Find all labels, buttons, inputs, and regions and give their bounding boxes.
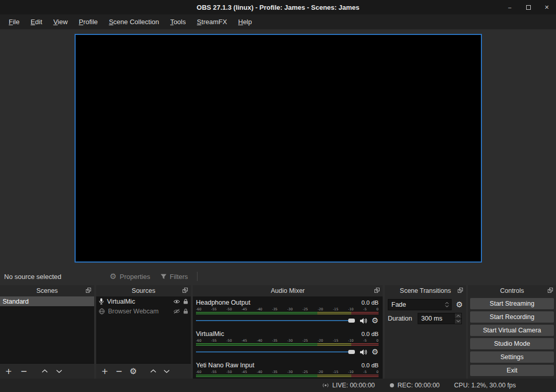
db-tick-label: -25 (302, 307, 308, 311)
cpu-stats: CPU: 1.2%, 30.00 fps (454, 382, 516, 389)
close-icon[interactable]: ✕ (542, 2, 552, 12)
speaker-icon[interactable] (360, 349, 367, 356)
menu-item-streamfx[interactable]: StreamFX (192, 14, 232, 29)
sources-dock-header[interactable]: Sources (96, 285, 191, 296)
exit-button[interactable]: Exit (470, 365, 554, 376)
workspace (0, 29, 556, 269)
menu-item-file[interactable]: File (4, 14, 24, 29)
settings-button[interactable]: Settings (470, 351, 554, 363)
volume-slider-handle[interactable] (348, 350, 355, 354)
db-tick-label: -20 (318, 339, 324, 343)
db-tick-label: -60 (196, 307, 202, 311)
gear-icon[interactable]: ⚙ (372, 317, 379, 325)
db-tick-label: -10 (348, 339, 354, 343)
titlebar[interactable]: OBS 27.1.3 (linux) - Profile: James - Sc… (0, 0, 556, 14)
preview-canvas[interactable] (75, 34, 482, 263)
sources-dock-title: Sources (132, 287, 155, 294)
source-item-label: VirtualMic (107, 298, 170, 305)
duration-label: Duration (388, 315, 416, 322)
dock-float-icon[interactable] (183, 288, 188, 293)
menu-item-tools[interactable]: Tools (166, 14, 190, 29)
controls-body: Start Streaming Start Recording Start Vi… (468, 296, 556, 379)
start-recording-button[interactable]: Start Recording (470, 311, 554, 323)
broadcast-icon (322, 382, 329, 388)
volume-slider[interactable] (196, 317, 355, 324)
minimize-icon[interactable]: – (505, 2, 515, 12)
db-tick-label: -10 (348, 370, 354, 374)
source-item[interactable]: VirtualMic (96, 296, 191, 306)
filters-button[interactable]: Filters (155, 271, 193, 282)
properties-button[interactable]: ⚙ Properties (104, 271, 155, 282)
db-tick-label: -5 (363, 339, 366, 343)
move-source-up-button[interactable] (150, 369, 156, 373)
lock-icon[interactable] (183, 298, 188, 304)
db-tick-label: -10 (348, 307, 354, 311)
transition-select-value: Fade (391, 301, 406, 308)
gear-icon[interactable]: ⚙ (372, 348, 379, 356)
move-source-down-button[interactable] (164, 369, 170, 373)
duration-decrement-button[interactable] (454, 319, 461, 324)
start-streaming-button[interactable]: Start Streaming (470, 298, 554, 309)
db-tick-label: -60 (196, 370, 202, 374)
db-tick-label: -20 (318, 307, 324, 311)
move-scene-up-button[interactable] (42, 369, 48, 373)
speaker-icon[interactable] (360, 318, 367, 324)
add-scene-button[interactable]: + (5, 367, 12, 376)
scene-transitions-dock-header[interactable]: Scene Transitions (385, 285, 466, 296)
remove-scene-button[interactable]: − (20, 367, 27, 376)
menu-item-view[interactable]: View (49, 14, 73, 29)
mixer-channel-name: Headphone Output (196, 299, 250, 306)
audio-mixer-dock-header[interactable]: Audio Mixer (193, 285, 383, 296)
menubar: File Edit View Profile Scene Collection … (0, 14, 556, 29)
start-virtual-camera-button[interactable]: Start Virtual Camera (470, 325, 554, 336)
transition-select[interactable]: Fade (388, 299, 452, 310)
scenes-dock-header[interactable]: Scenes (0, 285, 94, 296)
menu-item-scene-collection[interactable]: Scene Collection (104, 14, 164, 29)
sources-toolbar: + − ⚙ (96, 363, 191, 379)
scene-item-label: Standard (3, 298, 92, 305)
dock-float-icon[interactable] (548, 288, 553, 293)
menu-item-edit[interactable]: Edit (26, 14, 47, 29)
studio-mode-button[interactable]: Studio Mode (470, 338, 554, 349)
db-tick-label: -45 (242, 307, 247, 311)
db-tick-label: -55 (211, 370, 217, 374)
db-tick-label: -50 (226, 339, 232, 343)
db-tick-label: 0 (376, 339, 379, 343)
source-item[interactable]: Browser Webcam (96, 306, 191, 316)
lock-icon[interactable] (183, 308, 188, 314)
maximize-icon[interactable] (523, 2, 533, 12)
transition-properties-button[interactable]: ⚙ (456, 301, 463, 309)
db-tick-label: -25 (302, 370, 308, 374)
db-tick-label: -60 (196, 339, 202, 343)
db-tick-label: -55 (211, 339, 217, 343)
chevron-updown-icon (445, 300, 449, 310)
dock-float-icon[interactable] (86, 288, 91, 293)
menu-item-help[interactable]: Help (234, 14, 257, 29)
scene-item[interactable]: Standard (0, 296, 94, 306)
move-scene-down-button[interactable] (56, 369, 62, 373)
controls-dock-header[interactable]: Controls (468, 285, 556, 296)
db-tick-label: -35 (272, 370, 278, 374)
eye-icon[interactable] (173, 299, 180, 304)
add-source-button[interactable]: + (101, 367, 108, 376)
dock-float-icon[interactable] (374, 288, 380, 293)
eye-slash-icon[interactable] (173, 309, 180, 314)
db-tick-label: -40 (257, 339, 262, 343)
source-properties-button[interactable]: ⚙ (130, 367, 137, 376)
duration-increment-button[interactable] (454, 313, 461, 319)
db-scale: -60-55-50-45-40-35-30-25-20-15-10-50 (196, 370, 379, 374)
duration-spinbox[interactable]: 300 ms (418, 313, 462, 324)
db-tick-label: 0 (376, 370, 379, 374)
scenes-list: Standard (0, 296, 94, 363)
db-tick-label: -30 (287, 370, 293, 374)
db-tick-label: -35 (272, 339, 278, 343)
volume-slider-handle[interactable] (348, 319, 355, 323)
globe-icon (99, 308, 105, 314)
remove-source-button[interactable]: − (115, 367, 122, 376)
sources-dock: Sources VirtualMic (96, 285, 191, 379)
menu-item-profile[interactable]: Profile (74, 14, 102, 29)
audio-mixer-body: Headphone Output 0.0 dB -60-55-50-45-40-… (193, 296, 383, 379)
dock-float-icon[interactable] (458, 288, 463, 293)
volume-slider[interactable] (196, 348, 355, 356)
volume-meter (196, 312, 379, 314)
